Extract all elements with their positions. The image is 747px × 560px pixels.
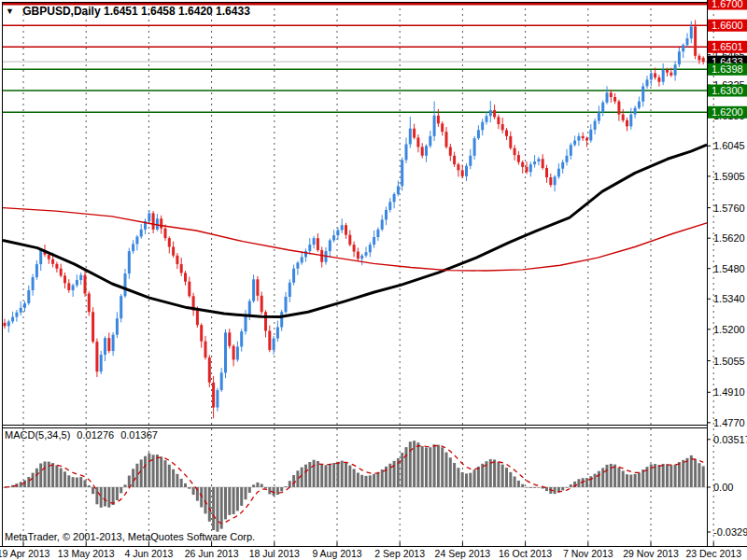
price-tick-label: 1.5200 bbox=[713, 324, 745, 335]
candle bbox=[353, 242, 356, 258]
candle bbox=[280, 310, 283, 331]
candle bbox=[493, 105, 496, 119]
candle bbox=[702, 56, 705, 64]
price-level-badge: 1.6200 bbox=[708, 106, 747, 119]
candle bbox=[236, 342, 239, 362]
candle bbox=[7, 320, 10, 333]
candle bbox=[650, 72, 653, 87]
price-tick-label: 1.4910 bbox=[713, 386, 745, 398]
candle bbox=[261, 292, 263, 315]
candle bbox=[542, 154, 544, 170]
candle bbox=[276, 321, 279, 343]
svg-text:1.6398: 1.6398 bbox=[712, 63, 743, 75]
candle bbox=[164, 225, 167, 241]
candle bbox=[292, 265, 295, 286]
macd-histogram bbox=[4, 441, 705, 532]
candle bbox=[104, 336, 106, 361]
candle bbox=[405, 137, 408, 162]
candle bbox=[481, 119, 484, 135]
candle bbox=[469, 149, 472, 169]
price-level-badge: 1.6501 bbox=[708, 41, 747, 53]
candle bbox=[545, 165, 548, 183]
candle bbox=[629, 108, 632, 130]
candle bbox=[473, 136, 476, 160]
candle bbox=[273, 336, 275, 355]
candle bbox=[76, 274, 78, 287]
copyright-text: MetaTrader, © 2001-2013, MetaQuotes Soft… bbox=[5, 531, 255, 542]
date-label: 26 Jun 2013 bbox=[185, 548, 239, 559]
chart-canvas: 19 Apr 201313 May 20134 Jun 201326 Jun 2… bbox=[0, 0, 747, 560]
low-value: 1.6420 bbox=[178, 5, 213, 18]
candle bbox=[317, 233, 319, 252]
candle bbox=[549, 174, 552, 188]
candle bbox=[345, 223, 347, 239]
candle bbox=[27, 286, 30, 305]
svg-text:1.6700: 1.6700 bbox=[712, 0, 743, 9]
candle bbox=[533, 155, 536, 167]
candle bbox=[332, 230, 335, 242]
candle bbox=[172, 242, 175, 258]
candle bbox=[140, 224, 143, 239]
chart-window: 19 Apr 201313 May 20134 Jun 201326 Jun 2… bbox=[0, 0, 747, 560]
high-value: 1.6458 bbox=[141, 5, 176, 18]
price-level-badge: 1.6600 bbox=[708, 20, 747, 32]
candle bbox=[357, 247, 359, 261]
candle bbox=[577, 133, 580, 146]
candle bbox=[240, 329, 243, 351]
candle bbox=[401, 158, 403, 191]
candle bbox=[497, 115, 500, 130]
candle bbox=[192, 293, 195, 316]
chart-dropdown-icon: ▼ bbox=[6, 7, 14, 16]
candle bbox=[128, 248, 131, 279]
candle bbox=[216, 388, 218, 412]
candle bbox=[441, 121, 444, 135]
candle bbox=[264, 310, 267, 337]
candle bbox=[570, 143, 572, 160]
candle bbox=[160, 216, 162, 234]
candle bbox=[4, 319, 7, 329]
candle bbox=[11, 312, 14, 324]
candle bbox=[348, 231, 351, 246]
candle bbox=[698, 53, 700, 63]
candle bbox=[610, 90, 613, 103]
candle bbox=[168, 236, 171, 253]
candle bbox=[256, 276, 259, 301]
candle bbox=[589, 124, 592, 143]
svg-text:1.6300: 1.6300 bbox=[712, 85, 743, 96]
close-value: 1.6433 bbox=[216, 5, 250, 18]
svg-text:1.6501: 1.6501 bbox=[712, 41, 743, 52]
candle bbox=[79, 273, 82, 285]
candle bbox=[72, 284, 75, 297]
price-level-badge: 1.6300 bbox=[708, 85, 747, 97]
svg-text:1.6200: 1.6200 bbox=[712, 106, 743, 118]
candle bbox=[32, 274, 35, 296]
candle bbox=[184, 271, 187, 286]
candle bbox=[63, 273, 66, 288]
candle bbox=[622, 109, 625, 122]
candle bbox=[445, 127, 448, 148]
candle bbox=[268, 326, 271, 353]
macd-tick-label: 0.00 bbox=[713, 482, 733, 493]
candle bbox=[433, 102, 436, 141]
candle bbox=[582, 133, 585, 141]
candle bbox=[320, 246, 323, 267]
date-label: 19 Apr 2013 bbox=[0, 548, 49, 559]
candle bbox=[601, 100, 604, 116]
candle bbox=[148, 210, 150, 225]
candle bbox=[388, 198, 391, 213]
candle bbox=[308, 238, 311, 254]
date-label: 2 Sep 2013 bbox=[374, 548, 425, 559]
candle bbox=[566, 149, 569, 165]
candle bbox=[429, 131, 431, 148]
price-tick-label: 1.5480 bbox=[713, 263, 745, 274]
candle bbox=[393, 192, 396, 208]
candle bbox=[521, 161, 524, 174]
candle bbox=[617, 100, 620, 121]
candle bbox=[421, 143, 424, 158]
candle bbox=[626, 118, 628, 131]
candle bbox=[120, 294, 122, 322]
candle bbox=[557, 163, 560, 179]
date-label: 4 Jun 2013 bbox=[124, 548, 173, 559]
candle bbox=[35, 260, 38, 280]
candle bbox=[641, 83, 644, 107]
